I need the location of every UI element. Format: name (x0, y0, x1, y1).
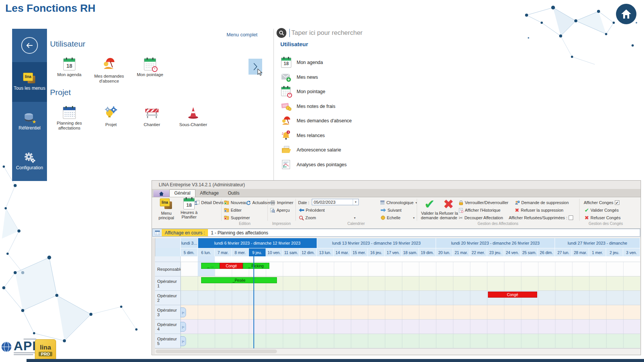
gantt-row-label[interactable]: Opérateur 1 (155, 276, 181, 291)
day-header-cell[interactable]: 14 mar. (334, 248, 351, 256)
day-header-cell[interactable]: 28 mar. (572, 248, 589, 256)
demande-suppression-button[interactable]: ? Demande de suppression (515, 199, 569, 206)
home-badge-button[interactable] (616, 4, 636, 24)
actualiser-button[interactable]: Actualiser (246, 199, 270, 206)
gantt-bar[interactable]: _Pesée (201, 277, 277, 283)
day-header-cell[interactable]: 13 lun. (317, 248, 334, 256)
gantt-row-label[interactable]: Responsable (155, 262, 181, 276)
apercu-button[interactable]: Aperçu (270, 207, 290, 214)
nouveau-button[interactable]: Nouveau (224, 199, 247, 206)
day-header-cell[interactable]: 25 sam. (521, 248, 538, 256)
valider-conges-button[interactable]: ✔ Valider Congés (585, 207, 619, 214)
day-header-cell[interactable]: 2 jeu. (606, 248, 623, 256)
search-input[interactable] (289, 29, 428, 37)
editer-button[interactable]: Editer (224, 207, 242, 214)
echelle-button[interactable]: Echelle (381, 214, 400, 221)
day-header-cell[interactable]: 22 mer. (470, 248, 487, 256)
refuser-demande-button[interactable]: ✖ Refuser la demande (437, 198, 460, 220)
gantt-row-area[interactable] (181, 305, 640, 320)
menu-principal-button[interactable]: lina Menu principal (155, 198, 178, 220)
day-header-cell[interactable]: 12 dim. (300, 248, 317, 256)
sidebar-item-tous-les-menus[interactable]: lina Tous les menus (12, 62, 47, 102)
sidebar-item-referentiel[interactable]: ★ Référentiel (12, 102, 47, 142)
row-expand-button[interactable]: |< (180, 307, 186, 317)
search-item-mon-pointage[interactable]: Mon pointage (281, 84, 352, 99)
historique-button[interactable]: Afficher l'Historique (459, 207, 500, 214)
row-expand-button[interactable]: |< (180, 336, 186, 346)
afficher-refusees-checkbox[interactable] (569, 214, 573, 221)
menu-item-projet[interactable]: Projet (90, 106, 132, 127)
week-header-cell[interactable]: lundi 13 février 2023 - dimanche 19 févr… (317, 238, 436, 248)
gantt-bar[interactable]: _ ... (201, 263, 220, 269)
gantt-row-area[interactable]: _ ...Congé_ Picking (181, 262, 640, 276)
day-header-cell[interactable]: 10 ven. (266, 248, 283, 256)
gantt-row-area[interactable] (181, 320, 640, 334)
suivant-button[interactable]: Suivant (381, 207, 402, 214)
gantt-row-label[interactable]: Opérateur 5|< (155, 334, 181, 348)
menu-item-mon-agenda[interactable]: 18 Mon agenda (48, 58, 90, 77)
zoom-button[interactable]: Zoom (299, 214, 316, 221)
gantt-bar[interactable]: Congé (220, 263, 243, 269)
gantt-row-area[interactable]: _Pesée (181, 276, 640, 291)
gantt-row-area[interactable] (181, 334, 640, 348)
day-header-cell[interactable]: 26 dim. (538, 248, 555, 256)
day-header-cell[interactable]: 20 lun. (436, 248, 453, 256)
verrouiller-button[interactable]: Verrouiller/Déverrouiller (459, 199, 508, 206)
day-header-cell[interactable]: 7 mar. (215, 248, 232, 256)
supprimer-button[interactable]: Supprimer (224, 214, 250, 221)
day-header-cell[interactable]: 15 mer. (351, 248, 368, 256)
back-button[interactable] (21, 37, 38, 54)
decouper-button[interactable]: ✂ Decouper Affectation (459, 214, 503, 221)
detail-devis-button[interactable]: Détail Devis (194, 199, 224, 206)
day-header-cell[interactable]: 5 dim. (181, 248, 198, 256)
day-header-cell[interactable]: 18 sam. (402, 248, 419, 256)
gantt-row-label[interactable]: Opérateur 2 (155, 291, 181, 305)
week-header-cell[interactable]: lundi 20 février 2023 - dimanche 26 févr… (436, 238, 555, 248)
day-header-cell[interactable]: 6 lun. (198, 248, 215, 256)
day-header-cell[interactable]: 23 jeu. (487, 248, 504, 256)
menu-item-planning-affectations[interactable]: Planning des affectations (48, 107, 90, 131)
imprimer-button[interactable]: Imprimer (270, 199, 293, 206)
menu-item-mon-pointage[interactable]: Mon pointage (129, 58, 171, 77)
search-item-analyses-pointages[interactable]: Analyses des pointages (281, 158, 352, 172)
day-header-cell[interactable]: 27 lun. (555, 248, 572, 256)
search-item-arborescence-salarie[interactable]: Arborescence salarie (281, 143, 352, 158)
week-header-cell[interactable]: lundi 6 février 2023 - dimanche 12 févri… (198, 238, 317, 248)
week-header-cell[interactable]: lundi 3... (181, 238, 198, 248)
chronologique-button[interactable]: Chronologique ▼ (380, 199, 418, 206)
horizontal-scrollbar[interactable] (155, 348, 640, 354)
gantt-bar[interactable]: _ Picking (243, 263, 269, 269)
gantt-row-area[interactable]: Congé (181, 291, 640, 305)
date-combobox[interactable]: 05/02/2023 ▼ (312, 199, 359, 205)
day-header-cell[interactable]: 16 jeu. (368, 248, 385, 256)
expand-menu-button[interactable] (249, 59, 262, 75)
gantt-bar[interactable]: Congé (488, 292, 537, 298)
day-header-cell[interactable]: 8 mer. (232, 248, 249, 256)
echelle-dropdown-arrow[interactable]: ▼ (413, 214, 415, 221)
day-header-cell[interactable]: 11 sam. (283, 248, 300, 256)
day-header-cell[interactable]: 21 mar. (453, 248, 470, 256)
search-item-mes-notes-de-frais[interactable]: Mes notes de frais (281, 99, 352, 114)
search-item-mes-news[interactable]: Mes news (281, 70, 352, 85)
tab-general[interactable]: Général (169, 189, 195, 197)
zoom-dropdown-arrow[interactable]: ▼ (353, 214, 356, 221)
row-expand-button[interactable]: |< (180, 322, 186, 332)
day-header-cell[interactable]: 3 ven. (623, 248, 640, 256)
precedent-button[interactable]: Précédent (299, 207, 325, 214)
day-header-cell[interactable]: 19 dim. (419, 248, 436, 256)
affichage-value[interactable]: 1 - Planning des affectations (208, 229, 640, 236)
home-tab-button[interactable] (153, 190, 169, 197)
day-header-cell[interactable]: 17 ven. (385, 248, 402, 256)
menu-item-chantier[interactable]: Chantier (131, 107, 173, 127)
sidebar-item-configuration[interactable]: Configuration (12, 141, 47, 181)
search-item-mes-demandes-absence[interactable]: Mes demandes d'absence (281, 114, 352, 128)
afficher-conges-checkbox[interactable]: ✔ (615, 199, 619, 206)
refuser-conges-button[interactable]: ✖ Refuser Congés (585, 214, 621, 221)
refuser-suppression-button[interactable]: ✖ Refuser la suppression (515, 207, 563, 214)
gantt-row-label[interactable]: Opérateur 4|< (155, 320, 181, 334)
day-header-cell[interactable]: 9 jeu. (249, 248, 266, 256)
day-header-cell[interactable]: 24 ven. (504, 248, 521, 256)
search-item-mon-agenda[interactable]: 18 Mon agenda (281, 55, 352, 70)
tab-affichage[interactable]: Affichage (195, 190, 224, 197)
day-header-cell[interactable]: 1 mer. (589, 248, 606, 256)
